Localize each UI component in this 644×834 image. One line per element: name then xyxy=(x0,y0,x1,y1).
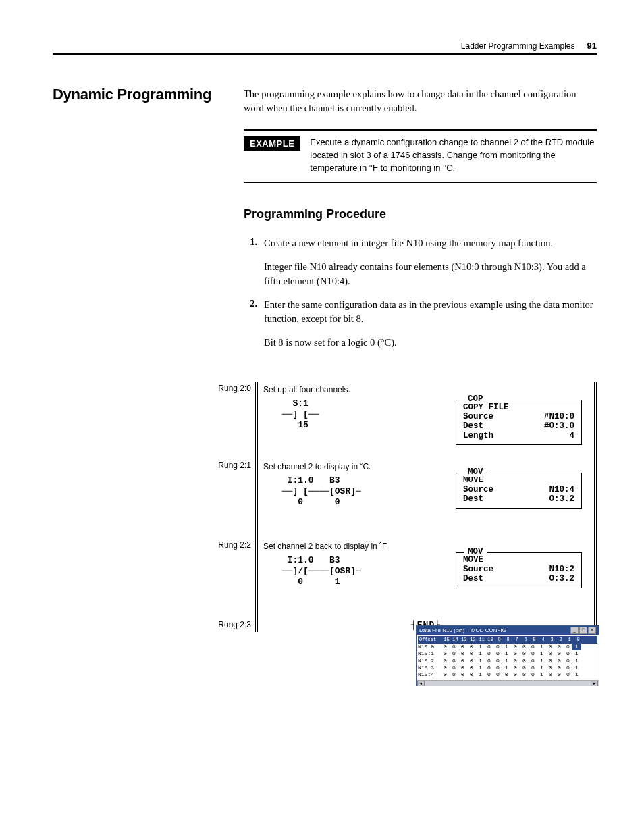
dw-row-0[interactable]: N10:00000100100010001 xyxy=(418,644,597,650)
dw-bit-4-3[interactable]: 0 xyxy=(467,671,476,678)
dw-bit-2-15[interactable]: 1 xyxy=(572,658,581,664)
dw-bit-0-9[interactable]: 0 xyxy=(520,644,529,650)
minimize-icon[interactable]: _ xyxy=(570,627,579,634)
dw-bit-0-8[interactable]: 0 xyxy=(511,644,520,650)
dw-bit-3-12[interactable]: 0 xyxy=(546,664,555,671)
dw-bit-0-1[interactable]: 0 xyxy=(450,644,458,650)
dw-bit-3-3[interactable]: 0 xyxy=(467,664,476,671)
dw-bit-0-10[interactable]: 0 xyxy=(529,644,537,650)
dw-bit-1-14[interactable]: 0 xyxy=(564,650,572,657)
dw-bit-0-13[interactable]: 0 xyxy=(555,644,564,650)
dw-bit-4-14[interactable]: 0 xyxy=(564,671,572,678)
dw-bit-0-15[interactable]: 1 xyxy=(572,644,581,650)
dw-bit-3-1[interactable]: 0 xyxy=(450,664,458,671)
dw-bit-0-0[interactable]: 0 xyxy=(441,644,450,650)
dw-row-2[interactable]: N10:20000100100010001 xyxy=(418,658,597,664)
dw-bit-1-9[interactable]: 0 xyxy=(520,650,529,657)
dw-bit-3-15[interactable]: 1 xyxy=(572,664,581,671)
dw-bit-0-5[interactable]: 0 xyxy=(485,644,493,650)
dw-bit-3-0[interactable]: 0 xyxy=(441,664,450,671)
step-2-body: Enter the same configuration data as in … xyxy=(264,299,593,324)
dw-bit-2-1[interactable]: 0 xyxy=(450,658,458,664)
window-controls[interactable]: _□× xyxy=(570,627,596,634)
dw-bit-2-7[interactable]: 1 xyxy=(502,658,511,664)
dw-bit-0-3[interactable]: 0 xyxy=(467,644,476,650)
dw-bit-3-6[interactable]: 0 xyxy=(493,664,502,671)
dw-bit-0-11[interactable]: 1 xyxy=(537,644,546,650)
maximize-icon[interactable]: □ xyxy=(579,627,587,634)
dw-bit-2-13[interactable]: 0 xyxy=(555,658,564,664)
dw-bit-1-2[interactable]: 0 xyxy=(458,650,467,657)
dw-bit-3-8[interactable]: 0 xyxy=(511,664,520,671)
dw-bit-3-9[interactable]: 0 xyxy=(520,664,529,671)
dw-bit-3-7[interactable]: 1 xyxy=(502,664,511,671)
dw-bit-2-6[interactable]: 0 xyxy=(493,658,502,664)
dw-bit-2-14[interactable]: 0 xyxy=(564,658,572,664)
dw-bit-2-5[interactable]: 0 xyxy=(485,658,493,664)
dw-bit-3-11[interactable]: 1 xyxy=(537,664,546,671)
dw-offset-2: N10:2 xyxy=(418,658,441,664)
dw-bit-4-7[interactable]: 0 xyxy=(502,671,511,678)
dw-bit-4-4[interactable]: 1 xyxy=(476,671,485,678)
dw-bit-4-12[interactable]: 0 xyxy=(546,671,555,678)
dw-row-3[interactable]: N10:30000100100010001 xyxy=(418,664,597,671)
dw-bit-1-12[interactable]: 0 xyxy=(546,650,555,657)
dw-bit-4-2[interactable]: 0 xyxy=(458,671,467,678)
dw-bit-2-0[interactable]: 0 xyxy=(441,658,450,664)
data-file-titlebar[interactable]: Data File N10 (bin) -- MOD CONFIG _□× xyxy=(417,626,599,635)
dw-bit-3-13[interactable]: 0 xyxy=(555,664,564,671)
dw-bit-4-0[interactable]: 0 xyxy=(441,671,450,678)
dw-bit-2-11[interactable]: 1 xyxy=(537,658,546,664)
h-scrollbar[interactable]: ◂▸ xyxy=(417,680,599,686)
dw-row-4[interactable]: N10:40000100000010001 xyxy=(418,671,597,678)
dw-bit-3-4[interactable]: 1 xyxy=(476,664,485,671)
dw-bit-0-12[interactable]: 0 xyxy=(546,644,555,650)
dw-bit-1-8[interactable]: 0 xyxy=(511,650,520,657)
dw-bit-2-2[interactable]: 0 xyxy=(458,658,467,664)
dw-bit-4-9[interactable]: 0 xyxy=(520,671,529,678)
dw-bit-3-5[interactable]: 0 xyxy=(485,664,493,671)
dw-bit-1-5[interactable]: 0 xyxy=(485,650,493,657)
dw-bit-2-9[interactable]: 0 xyxy=(520,658,529,664)
dw-head-16: 0 xyxy=(574,637,583,643)
dw-bit-1-11[interactable]: 1 xyxy=(537,650,546,657)
dw-bit-0-7[interactable]: 1 xyxy=(502,644,511,650)
dw-bit-0-4[interactable]: 1 xyxy=(476,644,485,650)
dw-bit-4-8[interactable]: 0 xyxy=(511,671,520,678)
rung-0-block: COP COPY FILE Source#N10:0 Dest#O:3.0 Le… xyxy=(456,400,582,445)
dw-row-1[interactable]: N10:10000100100010001 xyxy=(418,650,597,657)
dw-bit-0-14[interactable]: 0 xyxy=(564,644,572,650)
dw-bit-2-8[interactable]: 0 xyxy=(511,658,520,664)
dw-bit-1-10[interactable]: 0 xyxy=(529,650,537,657)
dw-bit-2-3[interactable]: 0 xyxy=(467,658,476,664)
dw-bit-2-10[interactable]: 0 xyxy=(529,658,537,664)
dw-bit-1-4[interactable]: 1 xyxy=(476,650,485,657)
ladder-diagram: Rung 2:0 Set up all four channels. S:1 ─… xyxy=(208,382,597,632)
close-icon[interactable]: × xyxy=(588,627,596,634)
dw-bit-1-7[interactable]: 1 xyxy=(502,650,511,657)
dw-bit-0-2[interactable]: 0 xyxy=(458,644,467,650)
dw-bit-3-14[interactable]: 0 xyxy=(564,664,572,671)
dw-bit-4-1[interactable]: 0 xyxy=(450,671,458,678)
dw-bit-3-2[interactable]: 0 xyxy=(458,664,467,671)
dw-bit-1-13[interactable]: 0 xyxy=(555,650,564,657)
dw-bit-4-15[interactable]: 1 xyxy=(572,671,581,678)
data-file-window[interactable]: Data File N10 (bin) -- MOD CONFIG _□× Of… xyxy=(416,625,599,686)
dw-bit-1-1[interactable]: 0 xyxy=(450,650,458,657)
dw-bit-2-12[interactable]: 0 xyxy=(546,658,555,664)
dw-offset-3: N10:3 xyxy=(418,664,441,671)
dw-head-13: 3 xyxy=(547,637,556,643)
dw-bit-4-5[interactable]: 0 xyxy=(485,671,493,678)
dw-bit-1-3[interactable]: 0 xyxy=(467,650,476,657)
dw-bit-1-15[interactable]: 1 xyxy=(572,650,581,657)
dw-bit-4-11[interactable]: 1 xyxy=(537,671,546,678)
dw-bit-4-13[interactable]: 0 xyxy=(555,671,564,678)
dw-bit-1-6[interactable]: 0 xyxy=(493,650,502,657)
dw-bit-2-4[interactable]: 1 xyxy=(476,658,485,664)
dw-bit-3-10[interactable]: 0 xyxy=(529,664,537,671)
dw-bit-0-6[interactable]: 0 xyxy=(493,644,502,650)
section-title: Ladder Programming Examples xyxy=(461,41,575,51)
dw-bit-4-10[interactable]: 0 xyxy=(529,671,537,678)
dw-bit-4-6[interactable]: 0 xyxy=(493,671,502,678)
dw-bit-1-0[interactable]: 0 xyxy=(441,650,450,657)
